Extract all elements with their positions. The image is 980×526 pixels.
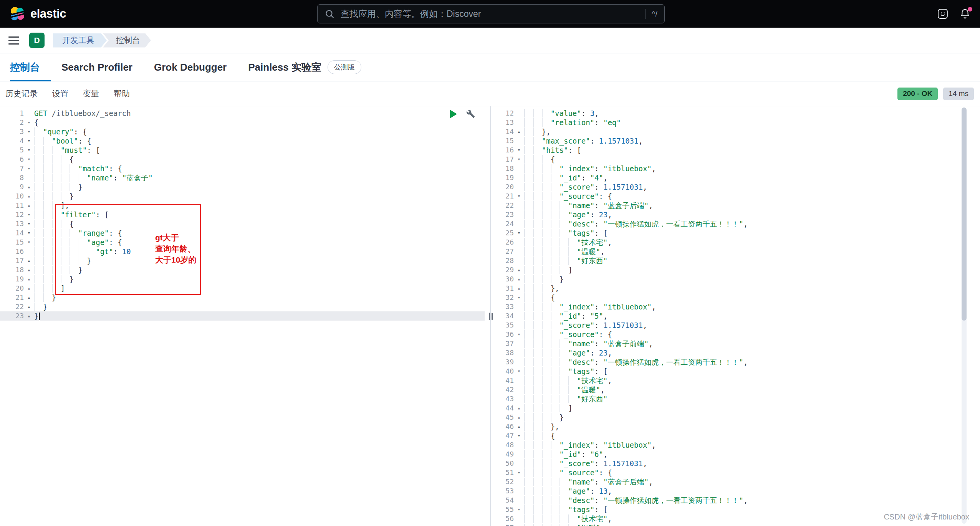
- request-line[interactable]: 9▴ }: [0, 182, 485, 192]
- fold-arrow-icon[interactable]: ▾: [24, 155, 34, 164]
- fold-arrow-icon[interactable]: ▴: [514, 127, 524, 136]
- code-text: "技术宅",: [524, 376, 612, 385]
- menu-settings[interactable]: 设置: [52, 88, 68, 99]
- panel-resizer-handle[interactable]: [489, 313, 493, 320]
- fold-arrow-icon[interactable]: ▾: [24, 136, 34, 146]
- send-request-icon[interactable]: [450, 110, 457, 118]
- fold-arrow-icon[interactable]: ▾: [514, 330, 524, 339]
- fold-arrow-icon[interactable]: ▾: [24, 210, 34, 219]
- request-line[interactable]: 10▴ }: [0, 192, 485, 201]
- notifications-icon[interactable]: [959, 8, 971, 20]
- request-line[interactable]: 3▾ "query": {: [0, 127, 485, 136]
- menu-variables[interactable]: 变量: [83, 88, 99, 99]
- request-line[interactable]: 13▾ {: [0, 219, 485, 228]
- code-text: "filter": [: [34, 210, 109, 219]
- tab-search-profiler[interactable]: Search Profiler: [51, 53, 143, 81]
- fold-arrow-icon[interactable]: ▾: [24, 219, 34, 228]
- fold-arrow-icon[interactable]: ▾: [514, 293, 524, 302]
- menu-help[interactable]: 帮助: [114, 88, 130, 99]
- line-number: 22: [0, 302, 24, 311]
- request-line[interactable]: 19▴ }: [0, 275, 485, 284]
- fold-arrow-icon[interactable]: ▴: [24, 284, 34, 293]
- fold-arrow-icon[interactable]: ▾: [514, 228, 524, 238]
- tab-grok-debugger[interactable]: Grok Debugger: [143, 53, 237, 81]
- request-line[interactable]: 21▴ }: [0, 293, 485, 302]
- fold-arrow-icon[interactable]: ▴: [24, 182, 34, 192]
- fold-arrow-icon[interactable]: ▾: [514, 192, 524, 201]
- wrench-icon[interactable]: [466, 109, 475, 118]
- fold-arrow-icon[interactable]: ▴: [514, 284, 524, 293]
- fold-arrow-icon[interactable]: ▴: [24, 201, 34, 210]
- fold-arrow-icon[interactable]: ▴: [514, 265, 524, 275]
- fold-arrow-icon[interactable]: ▾: [514, 367, 524, 376]
- fold-arrow-icon[interactable]: ▴: [24, 256, 34, 265]
- request-line[interactable]: 16 "gt": 10: [0, 247, 485, 256]
- fold-arrow-icon[interactable]: ▴: [24, 302, 34, 311]
- fold-arrow-icon[interactable]: ▴: [514, 413, 524, 422]
- request-line[interactable]: 2▾{: [0, 118, 485, 127]
- request-line[interactable]: 11▴ ],: [0, 201, 485, 210]
- fold-spacer: [514, 219, 524, 228]
- request-line[interactable]: 6▾ {: [0, 155, 485, 164]
- line-number: 33: [497, 302, 514, 311]
- request-line[interactable]: 12▾ "filter": [: [0, 210, 485, 219]
- response-scrollbar-track[interactable]: [962, 108, 967, 524]
- code-text: {: [524, 431, 555, 440]
- fold-arrow-icon[interactable]: ▴: [514, 404, 524, 413]
- response-line: 54 "desc": "一顿操作猛如虎，一看工资两千五！！！",: [497, 496, 966, 505]
- fold-arrow-icon[interactable]: ▴: [24, 265, 34, 275]
- request-line[interactable]: 7▾ "match": {: [0, 164, 485, 173]
- fold-arrow-icon[interactable]: ▾: [514, 155, 524, 164]
- code-text: "desc": "一顿操作猛如虎，一看工资两千五！！！",: [524, 357, 748, 367]
- fold-arrow-icon[interactable]: ▾: [24, 164, 34, 173]
- fold-arrow-icon[interactable]: ▴: [514, 422, 524, 431]
- code-text: }: [34, 192, 74, 201]
- line-number: 49: [497, 450, 514, 459]
- space-avatar[interactable]: D: [29, 33, 45, 48]
- line-number: 19: [0, 275, 24, 284]
- fold-arrow-icon[interactable]: ▴: [24, 275, 34, 284]
- request-line[interactable]: 8 "name": "蓝盒子": [0, 173, 485, 182]
- global-search[interactable]: ^/: [317, 4, 665, 23]
- fold-arrow-icon[interactable]: ▾: [514, 468, 524, 477]
- request-line[interactable]: 1GET /itbluebox/_search: [0, 109, 485, 118]
- tab-console[interactable]: 控制台: [10, 53, 51, 81]
- request-line[interactable]: 23▴}: [0, 311, 485, 321]
- fold-arrow-icon[interactable]: ▾: [24, 238, 34, 247]
- code-text: "_score": 1.1571031,: [524, 321, 647, 330]
- fold-arrow-icon[interactable]: ▾: [24, 118, 34, 127]
- response-scrollbar-thumb[interactable]: [962, 108, 967, 321]
- brand[interactable]: elastic: [0, 6, 66, 22]
- fold-arrow-icon[interactable]: ▴: [24, 192, 34, 201]
- request-line[interactable]: 17▴ }: [0, 256, 485, 265]
- line-number: 11: [0, 201, 24, 210]
- fold-arrow-icon[interactable]: ▴: [24, 311, 34, 321]
- help-icon[interactable]: [937, 8, 949, 20]
- request-line[interactable]: 4▾ "bool": {: [0, 136, 485, 146]
- menu-icon[interactable]: [8, 36, 19, 45]
- fold-arrow-icon[interactable]: ▴: [24, 293, 34, 302]
- fold-arrow-icon[interactable]: ▾: [514, 431, 524, 440]
- fold-arrow-icon[interactable]: ▾: [24, 146, 34, 155]
- fold-arrow-icon[interactable]: ▾: [24, 228, 34, 238]
- code-text: "_source": {: [524, 468, 612, 477]
- search-input[interactable]: [340, 8, 640, 20]
- request-editor-panel[interactable]: 1GET /itbluebox/_search2▾{3▾ "query": {4…: [0, 106, 485, 526]
- breadcrumb-dev-tools[interactable]: 开发工具: [53, 33, 107, 48]
- fold-arrow-icon[interactable]: ▾: [24, 127, 34, 136]
- tab-painless-lab[interactable]: Painless 实验室 公测版: [237, 53, 372, 81]
- request-line[interactable]: 14▾ "range": {: [0, 228, 485, 238]
- fold-arrow-icon[interactable]: ▴: [514, 275, 524, 284]
- request-line[interactable]: 15▾ "age": {: [0, 238, 485, 247]
- request-line[interactable]: 22▴ }: [0, 302, 485, 311]
- request-line[interactable]: 20▴ ]: [0, 284, 485, 293]
- fold-arrow-icon[interactable]: ▾: [514, 146, 524, 155]
- response-line: 16▾ "hits": [: [497, 146, 966, 155]
- request-line[interactable]: 5▾ "must": [: [0, 146, 485, 155]
- request-line[interactable]: 18▴ }: [0, 265, 485, 275]
- request-actions: [450, 109, 475, 118]
- menu-history[interactable]: 历史记录: [5, 88, 38, 99]
- code-text: "query": {: [34, 127, 87, 136]
- fold-arrow-icon[interactable]: ▾: [514, 505, 524, 514]
- response-time-badge: 14 ms: [943, 88, 974, 100]
